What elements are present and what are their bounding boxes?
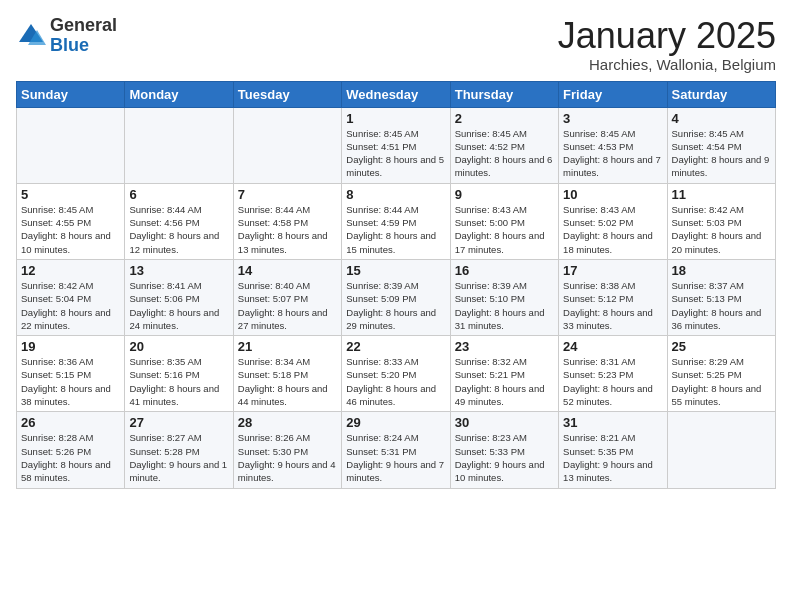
header: General Blue January 2025 Harchies, Wall… [16, 16, 776, 73]
day-info: Sunrise: 8:45 AM Sunset: 4:54 PM Dayligh… [672, 127, 771, 180]
day-info: Sunrise: 8:42 AM Sunset: 5:03 PM Dayligh… [672, 203, 771, 256]
day-info: Sunrise: 8:45 AM Sunset: 4:51 PM Dayligh… [346, 127, 445, 180]
calendar-day-29: 29Sunrise: 8:24 AM Sunset: 5:31 PM Dayli… [342, 412, 450, 488]
day-number: 8 [346, 187, 445, 202]
calendar-day-23: 23Sunrise: 8:32 AM Sunset: 5:21 PM Dayli… [450, 336, 558, 412]
page-container: General Blue January 2025 Harchies, Wall… [0, 0, 792, 497]
calendar-day-8: 8Sunrise: 8:44 AM Sunset: 4:59 PM Daylig… [342, 183, 450, 259]
calendar-header-row: SundayMondayTuesdayWednesdayThursdayFrid… [17, 81, 776, 107]
day-number: 31 [563, 415, 662, 430]
calendar-day-17: 17Sunrise: 8:38 AM Sunset: 5:12 PM Dayli… [559, 259, 667, 335]
day-number: 19 [21, 339, 120, 354]
calendar-day-1: 1Sunrise: 8:45 AM Sunset: 4:51 PM Daylig… [342, 107, 450, 183]
calendar-empty-cell [125, 107, 233, 183]
day-number: 18 [672, 263, 771, 278]
day-info: Sunrise: 8:35 AM Sunset: 5:16 PM Dayligh… [129, 355, 228, 408]
day-info: Sunrise: 8:39 AM Sunset: 5:09 PM Dayligh… [346, 279, 445, 332]
day-info: Sunrise: 8:40 AM Sunset: 5:07 PM Dayligh… [238, 279, 337, 332]
day-info: Sunrise: 8:39 AM Sunset: 5:10 PM Dayligh… [455, 279, 554, 332]
day-number: 10 [563, 187, 662, 202]
calendar-day-4: 4Sunrise: 8:45 AM Sunset: 4:54 PM Daylig… [667, 107, 775, 183]
logo-icon [16, 21, 46, 51]
weekday-header-thursday: Thursday [450, 81, 558, 107]
day-number: 30 [455, 415, 554, 430]
day-info: Sunrise: 8:27 AM Sunset: 5:28 PM Dayligh… [129, 431, 228, 484]
calendar-day-20: 20Sunrise: 8:35 AM Sunset: 5:16 PM Dayli… [125, 336, 233, 412]
logo: General Blue [16, 16, 117, 56]
day-number: 9 [455, 187, 554, 202]
day-info: Sunrise: 8:31 AM Sunset: 5:23 PM Dayligh… [563, 355, 662, 408]
day-number: 3 [563, 111, 662, 126]
day-number: 26 [21, 415, 120, 430]
day-info: Sunrise: 8:44 AM Sunset: 4:58 PM Dayligh… [238, 203, 337, 256]
day-number: 12 [21, 263, 120, 278]
logo-text: General Blue [50, 16, 117, 56]
day-number: 23 [455, 339, 554, 354]
day-info: Sunrise: 8:36 AM Sunset: 5:15 PM Dayligh… [21, 355, 120, 408]
title-block: January 2025 Harchies, Wallonia, Belgium [558, 16, 776, 73]
day-info: Sunrise: 8:26 AM Sunset: 5:30 PM Dayligh… [238, 431, 337, 484]
day-info: Sunrise: 8:38 AM Sunset: 5:12 PM Dayligh… [563, 279, 662, 332]
day-info: Sunrise: 8:37 AM Sunset: 5:13 PM Dayligh… [672, 279, 771, 332]
day-number: 1 [346, 111, 445, 126]
calendar-week-row: 1Sunrise: 8:45 AM Sunset: 4:51 PM Daylig… [17, 107, 776, 183]
calendar-day-10: 10Sunrise: 8:43 AM Sunset: 5:02 PM Dayli… [559, 183, 667, 259]
day-number: 11 [672, 187, 771, 202]
day-info: Sunrise: 8:45 AM Sunset: 4:55 PM Dayligh… [21, 203, 120, 256]
day-number: 7 [238, 187, 337, 202]
day-info: Sunrise: 8:42 AM Sunset: 5:04 PM Dayligh… [21, 279, 120, 332]
calendar-day-11: 11Sunrise: 8:42 AM Sunset: 5:03 PM Dayli… [667, 183, 775, 259]
logo-blue-text: Blue [50, 36, 117, 56]
calendar-day-6: 6Sunrise: 8:44 AM Sunset: 4:56 PM Daylig… [125, 183, 233, 259]
logo-general-text: General [50, 16, 117, 36]
calendar-day-31: 31Sunrise: 8:21 AM Sunset: 5:35 PM Dayli… [559, 412, 667, 488]
day-number: 16 [455, 263, 554, 278]
weekday-header-wednesday: Wednesday [342, 81, 450, 107]
day-info: Sunrise: 8:45 AM Sunset: 4:53 PM Dayligh… [563, 127, 662, 180]
day-info: Sunrise: 8:23 AM Sunset: 5:33 PM Dayligh… [455, 431, 554, 484]
calendar-day-12: 12Sunrise: 8:42 AM Sunset: 5:04 PM Dayli… [17, 259, 125, 335]
day-info: Sunrise: 8:45 AM Sunset: 4:52 PM Dayligh… [455, 127, 554, 180]
day-number: 17 [563, 263, 662, 278]
day-info: Sunrise: 8:32 AM Sunset: 5:21 PM Dayligh… [455, 355, 554, 408]
calendar-day-28: 28Sunrise: 8:26 AM Sunset: 5:30 PM Dayli… [233, 412, 341, 488]
day-number: 4 [672, 111, 771, 126]
calendar-day-2: 2Sunrise: 8:45 AM Sunset: 4:52 PM Daylig… [450, 107, 558, 183]
calendar-day-18: 18Sunrise: 8:37 AM Sunset: 5:13 PM Dayli… [667, 259, 775, 335]
calendar-day-25: 25Sunrise: 8:29 AM Sunset: 5:25 PM Dayli… [667, 336, 775, 412]
day-number: 24 [563, 339, 662, 354]
day-info: Sunrise: 8:43 AM Sunset: 5:02 PM Dayligh… [563, 203, 662, 256]
day-info: Sunrise: 8:43 AM Sunset: 5:00 PM Dayligh… [455, 203, 554, 256]
day-number: 6 [129, 187, 228, 202]
weekday-header-tuesday: Tuesday [233, 81, 341, 107]
day-number: 28 [238, 415, 337, 430]
calendar-day-27: 27Sunrise: 8:27 AM Sunset: 5:28 PM Dayli… [125, 412, 233, 488]
weekday-header-saturday: Saturday [667, 81, 775, 107]
day-info: Sunrise: 8:21 AM Sunset: 5:35 PM Dayligh… [563, 431, 662, 484]
day-number: 22 [346, 339, 445, 354]
day-number: 15 [346, 263, 445, 278]
day-info: Sunrise: 8:28 AM Sunset: 5:26 PM Dayligh… [21, 431, 120, 484]
day-info: Sunrise: 8:41 AM Sunset: 5:06 PM Dayligh… [129, 279, 228, 332]
day-number: 21 [238, 339, 337, 354]
day-number: 5 [21, 187, 120, 202]
calendar-day-13: 13Sunrise: 8:41 AM Sunset: 5:06 PM Dayli… [125, 259, 233, 335]
weekday-header-sunday: Sunday [17, 81, 125, 107]
calendar-week-row: 12Sunrise: 8:42 AM Sunset: 5:04 PM Dayli… [17, 259, 776, 335]
calendar-week-row: 26Sunrise: 8:28 AM Sunset: 5:26 PM Dayli… [17, 412, 776, 488]
calendar-empty-cell [17, 107, 125, 183]
calendar-empty-cell [233, 107, 341, 183]
calendar-table: SundayMondayTuesdayWednesdayThursdayFrid… [16, 81, 776, 489]
day-number: 14 [238, 263, 337, 278]
calendar-day-22: 22Sunrise: 8:33 AM Sunset: 5:20 PM Dayli… [342, 336, 450, 412]
day-info: Sunrise: 8:44 AM Sunset: 4:59 PM Dayligh… [346, 203, 445, 256]
day-info: Sunrise: 8:24 AM Sunset: 5:31 PM Dayligh… [346, 431, 445, 484]
day-info: Sunrise: 8:44 AM Sunset: 4:56 PM Dayligh… [129, 203, 228, 256]
calendar-day-15: 15Sunrise: 8:39 AM Sunset: 5:09 PM Dayli… [342, 259, 450, 335]
day-info: Sunrise: 8:33 AM Sunset: 5:20 PM Dayligh… [346, 355, 445, 408]
calendar-day-26: 26Sunrise: 8:28 AM Sunset: 5:26 PM Dayli… [17, 412, 125, 488]
day-number: 29 [346, 415, 445, 430]
location: Harchies, Wallonia, Belgium [558, 56, 776, 73]
day-number: 25 [672, 339, 771, 354]
day-info: Sunrise: 8:29 AM Sunset: 5:25 PM Dayligh… [672, 355, 771, 408]
